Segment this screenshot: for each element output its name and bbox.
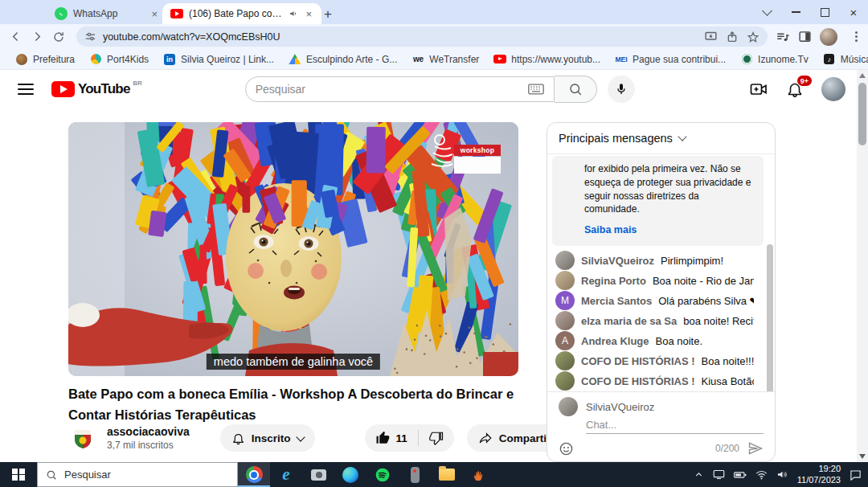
channel-info[interactable]: associacaoviva 3,7 mil inscritos [107, 425, 190, 451]
chat-text: Kiusa Botão [702, 375, 754, 387]
chat-message: AAndrea KlugeBoa noite. [547, 331, 775, 351]
scroll-down-arrow[interactable] [859, 454, 866, 459]
emoji-icon[interactable] [559, 441, 574, 456]
video-player[interactable]: workshop medo também de galinha você [68, 122, 518, 376]
display-icon[interactable] [713, 469, 725, 480]
mic-button[interactable] [608, 76, 635, 103]
window-restore-button[interactable] [810, 0, 839, 24]
youtube-favicon [170, 9, 183, 18]
mei-icon: MEI [615, 53, 628, 66]
send-icon[interactable] [747, 440, 764, 456]
bookmark-musica[interactable]: ♪Música e Áudio Ise... [817, 51, 868, 68]
bookmark-port4kids[interactable]: Port4Kids [84, 51, 154, 68]
bookmark-label: Esculpindo Arte - G... [306, 54, 397, 65]
taskbar-hand-app[interactable] [463, 462, 495, 487]
share-icon[interactable] [726, 31, 739, 43]
notifications-button[interactable]: 9+ [786, 80, 804, 98]
tab-whatsapp[interactable]: WhatsApp × [47, 3, 167, 24]
taskbar-search[interactable]: Pesquisar [37, 462, 238, 487]
browser-profile-avatar[interactable] [820, 28, 837, 46]
youtube-profile-avatar[interactable] [821, 77, 845, 101]
start-button[interactable] [0, 462, 37, 487]
new-tab-button[interactable]: + [318, 5, 338, 24]
avatar: A [555, 331, 575, 350]
create-button[interactable] [749, 80, 768, 99]
bookmark-drive[interactable]: Esculpindo Arte - G... [283, 51, 403, 68]
bookmark-youtube-link[interactable]: https://www.youtub... [488, 51, 606, 68]
youtube-logo[interactable]: YouTube BR [51, 81, 142, 97]
taskbar-camera[interactable] [302, 462, 334, 487]
window-close-button[interactable]: × [839, 0, 868, 24]
tab-close-icon[interactable]: × [149, 8, 159, 20]
channel-name: associacaoviva [107, 425, 190, 438]
tab-search-chevron[interactable] [752, 0, 781, 24]
channel-avatar[interactable] [68, 424, 97, 452]
reload-button[interactable] [48, 26, 70, 48]
chevron-down-icon[interactable] [678, 132, 686, 141]
battery-icon[interactable] [734, 470, 747, 480]
chat-input-field[interactable]: Chat... [586, 419, 764, 434]
site-settings-icon[interactable] [84, 31, 96, 43]
browser-toolbar: youtube.com/watch?v=XOQmcEBsH0U [0, 24, 868, 49]
url-text[interactable]: youtube.com/watch?v=XOQmcEBsH0U [103, 31, 698, 43]
keyboard-icon[interactable] [528, 84, 544, 95]
dislike-button[interactable] [419, 424, 454, 452]
back-button[interactable] [5, 26, 27, 48]
chat-scrollbar-thumb[interactable] [767, 244, 773, 391]
avatar [555, 311, 575, 330]
media-controls-icon[interactable] [776, 30, 790, 44]
tab-close-icon[interactable]: × [304, 8, 313, 20]
chat-message: COFO DE HISTÓRIAS !Boa noite!!!Brasília-… [547, 351, 775, 371]
bookmark-label: Izunome.Tv [758, 54, 809, 65]
bookmark-prefeitura[interactable]: Prefeitura [10, 51, 80, 68]
side-panel-icon[interactable] [798, 30, 812, 43]
avatar [555, 371, 575, 391]
edge-icon [342, 467, 358, 483]
bookmark-wetransfer[interactable]: weWeTransfer [406, 51, 485, 68]
page-scrollbar-thumb[interactable] [858, 83, 866, 145]
chat-author: SilviaVQueiroz [581, 255, 654, 267]
tab-youtube[interactable]: (106) Bate Papo com a bon × [162, 3, 321, 24]
learn-more-link[interactable]: Saiba mais [584, 223, 754, 238]
forward-button[interactable] [27, 26, 48, 48]
browser-menu-icon[interactable] [845, 26, 868, 48]
tab-audio-icon[interactable] [289, 9, 298, 18]
taskbar-ie[interactable]: e [270, 462, 302, 487]
bookmark-mei[interactable]: MEIPague sua contribui... [609, 51, 731, 68]
chat-filter[interactable]: Principais mensagens [559, 132, 673, 145]
bookmark-star-icon[interactable] [747, 31, 760, 43]
chat-notice: for exibido pela primeira vez. Não se es… [552, 156, 764, 246]
avatar [555, 271, 575, 290]
window-minimize-button[interactable] [781, 0, 810, 24]
wifi-icon[interactable] [755, 470, 768, 480]
bookmark-izunome[interactable]: Izunome.Tv [735, 51, 814, 68]
address-bar[interactable]: youtube.com/watch?v=XOQmcEBsH0U [76, 27, 768, 47]
search-input[interactable]: Pesquisar [245, 76, 555, 102]
like-count: 11 [396, 432, 407, 444]
menu-icon[interactable] [18, 84, 34, 95]
youtube-page: YouTube BR Pesquisar [0, 70, 868, 462]
live-chat-panel: Principais mensagens for exibido pela pr… [547, 122, 776, 462]
taskbar-edge[interactable] [334, 462, 366, 487]
tab-title: WhatsApp [73, 8, 144, 19]
taskbar-recorder[interactable] [399, 462, 431, 487]
subscribed-button[interactable]: Inscrito [220, 424, 315, 452]
search-button[interactable] [555, 76, 597, 103]
page-scrollbar[interactable] [857, 70, 868, 462]
volume-icon[interactable] [776, 469, 788, 480]
scroll-up-arrow[interactable] [859, 73, 866, 78]
clock[interactable]: 19:20 11/07/2023 [797, 464, 841, 486]
save-tab-group-icon[interactable] [704, 30, 718, 43]
like-dislike-group: 11 [365, 424, 454, 452]
like-button[interactable]: 11 [365, 424, 418, 452]
action-center-icon[interactable] [850, 469, 862, 481]
bookmark-linkedin[interactable]: inSilvia Queiroz | Link... [158, 51, 280, 68]
screen: WhatsApp × (106) Bate Papo com a bon × +… [0, 0, 868, 487]
taskbar-chrome[interactable] [238, 462, 270, 487]
taskbar-spotify[interactable] [366, 462, 399, 487]
chat-author: elza maria de sa Sa [581, 315, 677, 327]
tray-chevron-icon[interactable] [694, 469, 704, 480]
chat-message: Regina PortoBoa noite - Rio de Janeiro [547, 271, 775, 291]
taskbar-explorer[interactable] [431, 462, 463, 487]
chat-author: Regina Porto [581, 275, 646, 287]
